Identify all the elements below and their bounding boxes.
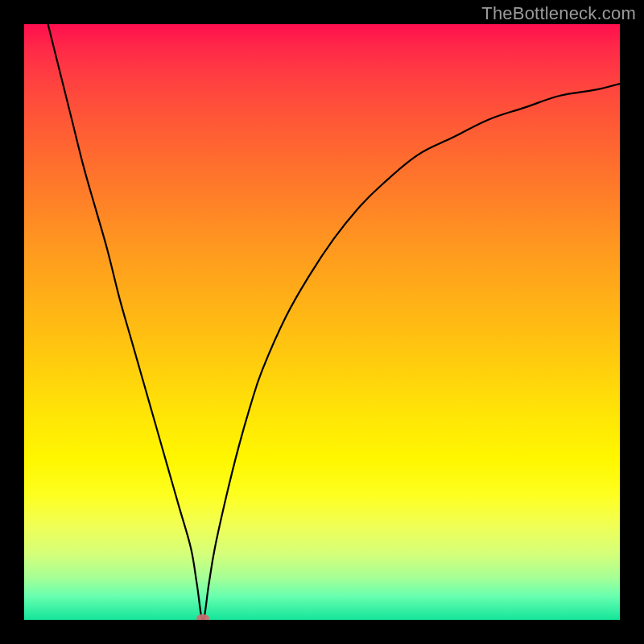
bottleneck-curve — [48, 24, 620, 620]
plot-area — [24, 24, 620, 620]
chart-stage: TheBottleneck.com — [0, 0, 644, 644]
watermark-text: TheBottleneck.com — [481, 3, 636, 24]
curve-svg — [24, 24, 620, 620]
